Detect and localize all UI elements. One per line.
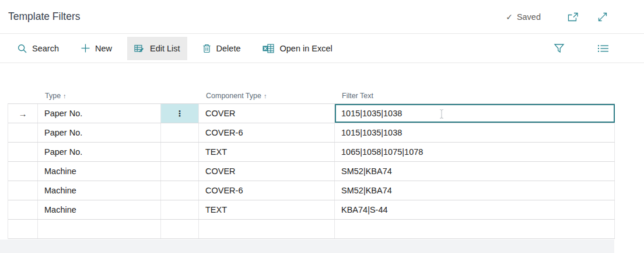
cell-type[interactable]: Paper No. xyxy=(38,123,161,142)
cell-type[interactable]: Machine xyxy=(38,162,161,181)
cell-filter-text[interactable]: 1015|1035|1038 xyxy=(335,123,615,142)
page-header-actions: ✓ Saved xyxy=(506,11,609,23)
row-menu[interactable] xyxy=(161,200,199,219)
cell-component-type[interactable]: COVER-6 xyxy=(199,181,335,200)
new-button[interactable]: New xyxy=(74,37,119,60)
column-header-type-label: Type xyxy=(45,92,61,100)
choose-columns-icon xyxy=(597,44,609,53)
cell-type[interactable] xyxy=(38,220,161,238)
check-icon: ✓ xyxy=(506,12,513,22)
column-header-filter-text[interactable]: Filter Text xyxy=(334,92,614,104)
table-row: Paper No. TEXT 1065|1058|1075|1078 xyxy=(8,143,615,162)
open-in-excel-button[interactable]: Open in Excel xyxy=(256,37,339,60)
bottom-strip xyxy=(0,240,614,253)
edit-list-button-label: Edit List xyxy=(150,44,180,53)
delete-button[interactable]: Delete xyxy=(195,37,248,60)
table-row: Machine COVER-6 SM52|KBA74 xyxy=(8,181,615,200)
cell-type[interactable]: Paper No. xyxy=(38,143,161,161)
page-title: Template Filters xyxy=(8,11,80,23)
table-row: Paper No. COVER-6 1015|1035|1038 xyxy=(8,123,615,143)
open-in-new-window-button[interactable] xyxy=(566,11,580,23)
search-icon xyxy=(18,44,27,53)
delete-button-label: Delete xyxy=(216,44,241,53)
template-filters-grid: → Paper No. ⋮ COVER 1015|1035|1038 Paper… xyxy=(8,103,615,239)
edit-list-button[interactable]: Edit List xyxy=(127,37,187,60)
expand-icon xyxy=(597,12,608,22)
search-button-label: Search xyxy=(32,44,59,53)
filter-icon xyxy=(554,43,565,53)
cell-filter-text[interactable]: SM52|KBA74 xyxy=(335,181,615,200)
cell-component-type[interactable]: TEXT xyxy=(199,143,335,161)
excel-icon xyxy=(262,44,274,53)
table-row: → Paper No. ⋮ COVER 1015|1035|1038 xyxy=(8,104,615,123)
expand-page-button[interactable] xyxy=(596,11,609,23)
cell-component-type[interactable]: TEXT xyxy=(199,200,335,219)
row-selector[interactable] xyxy=(8,220,38,238)
row-menu[interactable] xyxy=(161,123,199,142)
row-menu[interactable] xyxy=(161,162,199,181)
trash-icon xyxy=(202,44,211,53)
action-bar-right xyxy=(552,42,610,54)
cell-filter-text[interactable]: 1065|1058|1075|1078 xyxy=(335,143,615,161)
column-header-type[interactable]: Type↑ xyxy=(37,92,160,104)
row-selector[interactable] xyxy=(8,123,38,142)
row-selector[interactable] xyxy=(8,162,38,181)
page-header: Template Filters ✓ Saved xyxy=(0,0,644,33)
cell-filter-text[interactable] xyxy=(335,220,615,238)
column-header-component-type-label: Component Type xyxy=(206,92,261,100)
cell-component-type[interactable]: COVER xyxy=(199,104,335,123)
selected-row-arrow-icon: → xyxy=(19,109,27,119)
sort-ascending-icon: ↑ xyxy=(63,92,66,99)
cell-filter-text[interactable]: SM52|KBA74 xyxy=(335,162,615,181)
plus-icon xyxy=(81,44,90,53)
row-menu[interactable] xyxy=(161,143,199,161)
action-bar-left: Search New Edit List xyxy=(10,37,340,60)
row-menu-button[interactable]: ⋮ xyxy=(161,104,199,123)
cell-filter-text-focused[interactable]: 1015|1035|1038 xyxy=(335,104,615,123)
table-row: Machine TEXT KBA74|S-44 xyxy=(8,200,615,220)
choose-columns-icon-button[interactable] xyxy=(596,43,610,54)
row-selector[interactable] xyxy=(8,143,38,161)
filter-button[interactable] xyxy=(552,42,566,54)
text-cursor-icon xyxy=(439,109,444,119)
cell-component-type[interactable] xyxy=(199,220,335,238)
table-row: Machine COVER SM52|KBA74 xyxy=(8,162,615,181)
row-selector[interactable] xyxy=(8,200,38,219)
column-header-component-type[interactable]: Component Type↑ xyxy=(198,92,334,104)
save-status: ✓ Saved xyxy=(506,12,541,22)
row-menu[interactable] xyxy=(161,181,199,200)
column-headers: Type↑ Component Type↑ Filter Text xyxy=(8,88,614,104)
action-bar: Search New Edit List xyxy=(0,33,644,63)
cell-component-type[interactable]: COVER-6 xyxy=(199,123,335,142)
row-selector[interactable]: → xyxy=(8,104,38,123)
cell-type[interactable]: Machine xyxy=(38,181,161,200)
sort-ascending-icon: ↑ xyxy=(264,92,267,99)
column-header-filter-text-label: Filter Text xyxy=(342,92,373,100)
table-row-empty xyxy=(8,220,615,239)
open-in-excel-button-label: Open in Excel xyxy=(279,44,332,53)
popout-icon xyxy=(568,12,579,22)
cell-filter-text[interactable]: KBA74|S-44 xyxy=(335,200,615,219)
row-selector[interactable] xyxy=(8,181,38,200)
ellipsis-vertical-icon: ⋮ xyxy=(176,109,184,117)
cell-type[interactable]: Paper No. xyxy=(38,104,161,123)
search-button[interactable]: Search xyxy=(10,37,66,60)
edit-list-icon xyxy=(134,44,145,53)
cell-type[interactable]: Machine xyxy=(38,200,161,219)
cell-component-type[interactable]: COVER xyxy=(199,162,335,181)
new-button-label: New xyxy=(95,44,112,53)
save-status-label: Saved xyxy=(517,12,541,22)
row-menu[interactable] xyxy=(161,220,199,238)
